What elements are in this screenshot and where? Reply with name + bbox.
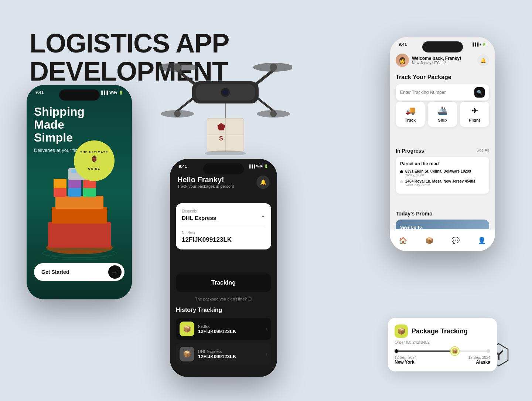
- carrier-label: Ekspedisi: [182, 209, 216, 213]
- history-arrow-1: ›: [266, 326, 267, 332]
- svg-point-26: [174, 64, 181, 71]
- search-icon[interactable]: 🔍: [474, 87, 485, 98]
- nav-messages[interactable]: 💬: [451, 237, 460, 245]
- transport-truck[interactable]: 🚚 Truck: [396, 102, 425, 127]
- phone-tracking: 9:41 ▐▐▐ WiFi 🔋 Hello Franky! Track your…: [170, 159, 277, 377]
- history-carrier-1: FedEx: [198, 324, 266, 329]
- user-text: Welcome back, Franky! New Jersey UTC+12 …: [412, 56, 461, 65]
- user-location: New Jersey UTC+12 ↓: [412, 61, 461, 65]
- nav-profile[interactable]: 👤: [478, 237, 486, 245]
- track-button-label: Tracking: [211, 279, 236, 286]
- svg-point-29: [270, 111, 277, 117]
- order-id: Order ID: 242NN52: [395, 340, 490, 344]
- progress-section: In Progress See All Parcel on the road 6…: [396, 148, 489, 194]
- phone2-time: 9:41: [179, 164, 187, 169]
- user-avatar: 👩: [396, 54, 409, 67]
- parcel-title: Parcel on the road: [400, 161, 485, 166]
- phone-dashboard: 9:41 ▐▐▐ ♦ 🔋 👩 Welcome back, Franky! New…: [390, 37, 495, 251]
- transport-ship[interactable]: 🚢 Ship: [428, 102, 457, 127]
- ship-label: Ship: [438, 118, 447, 122]
- drone-image: ⬟ S: [159, 37, 299, 163]
- history-carrier-2: DHL Express: [198, 349, 266, 354]
- parcel-card: Parcel on the road 6391 Elgin St. Celina…: [396, 157, 489, 194]
- location-from: 12 Sep, 2024 New York: [395, 356, 417, 365]
- phone1-statusbar: 9:41 ▐▐▐WiFi🔋: [27, 90, 132, 95]
- track-section: Track Your Package 🔍: [396, 74, 489, 101]
- greeting-title: Hello Franky!: [177, 176, 234, 184]
- parcel-item-1: 6391 Elgin St. Celina, Delaware 10299 To…: [400, 169, 485, 177]
- phone3-statusbar: 9:41 ▐▐▐ ♦ 🔋: [390, 42, 495, 47]
- timeline-progress: [395, 351, 457, 352]
- carrier-chevron: ⌄: [260, 212, 265, 219]
- phone-shipping: 9:41 ▐▐▐WiFi🔋 ShippingMadeSimple Deliver…: [27, 85, 132, 299]
- ultimate-guide-badge: THE ULTIMATE GUIDE: [74, 140, 115, 181]
- history-title: History Tracking: [176, 307, 271, 313]
- tracking-card-title: Package Tracking: [412, 327, 468, 335]
- tracking-timeline: 📦: [395, 350, 490, 353]
- history-icon-1: 📦: [180, 322, 194, 336]
- transport-flight[interactable]: ✈ Flight: [460, 102, 489, 127]
- track-button[interactable]: Tracking: [176, 273, 271, 292]
- phone3-notif[interactable]: 🔔: [477, 54, 489, 66]
- truck-icon: 🚚: [405, 106, 415, 116]
- see-all-link[interactable]: See All: [477, 148, 489, 154]
- to-city: Alaska: [468, 360, 491, 365]
- phone1-title: ShippingMadeSimple: [34, 105, 132, 145]
- phone1-time: 9:41: [35, 90, 44, 95]
- nav-home[interactable]: 🏠: [399, 237, 407, 245]
- history-icon-2: 📦: [180, 347, 194, 361]
- svg-point-27: [270, 64, 277, 71]
- location-to: 12 Sep, 2024 Alaska: [468, 356, 491, 365]
- user-welcome: Welcome back, Franky!: [412, 56, 461, 61]
- transport-row: 🚚 Truck 🚢 Ship ✈ Flight: [396, 102, 489, 127]
- from-city: New York: [395, 360, 417, 365]
- nav-packages[interactable]: 📦: [425, 237, 433, 245]
- get-started-button[interactable]: Get Started →: [34, 263, 125, 281]
- progress-header: In Progress See All: [396, 148, 489, 154]
- tracking-card-header: 📦 Package Tracking: [395, 324, 490, 338]
- bottom-nav: 🏠 📦 💬 👤: [390, 229, 495, 251]
- user-info: 👩 Welcome back, Franky! New Jersey UTC+1…: [396, 54, 461, 67]
- track-title: Track Your Package: [396, 74, 489, 81]
- phone3-status-icons: ▐▐▐ ♦ 🔋: [471, 43, 486, 46]
- greeting-subtitle: Track your packages in person!: [177, 184, 234, 188]
- phone2-notif[interactable]: 🔔: [256, 176, 270, 189]
- parcel-addr-2: 2464 Royal Ln. Mesa, New Jersey 45483: [405, 179, 475, 183]
- parcel-dot-1: [400, 170, 403, 173]
- search-input[interactable]: [400, 90, 471, 95]
- history-info-1: FedEx 12FIJK099123LK: [198, 324, 266, 334]
- tracking-card-form: Ekspedisi DHL Express ⌄ No.Resi 12FIJK09…: [176, 203, 271, 249]
- flight-icon: ✈: [471, 106, 478, 116]
- phone2-header: Hello Franky! Track your packages in per…: [177, 176, 270, 189]
- search-bar[interactable]: 🔍: [396, 84, 489, 101]
- parcel-addr-1: 6391 Elgin St. Celina, Delaware 10299: [405, 169, 471, 173]
- svg-text:S: S: [219, 135, 223, 142]
- phone3-user-row: 👩 Welcome back, Franky! New Jersey UTC+1…: [396, 54, 489, 67]
- timeline-dot-middle: 📦: [451, 347, 459, 355]
- tracking-card-icon: 📦: [395, 324, 408, 338]
- tracking-number: 12FIJK099123LK: [182, 236, 265, 244]
- carrier-value: DHL Express: [182, 215, 216, 221]
- from-date: 12 Sep, 2024: [395, 356, 417, 360]
- promo-title: Today's Promo: [396, 211, 489, 217]
- in-progress-title: In Progress: [396, 148, 424, 154]
- timeline-dot-end: [487, 349, 490, 353]
- ship-icon: 🚢: [437, 106, 447, 116]
- phone2-greeting: Hello Franky! Track your packages in per…: [177, 176, 234, 188]
- history-item-1[interactable]: 📦 FedEx 12FIJK099123LK ›: [176, 318, 271, 340]
- history-item-2[interactable]: 📦 DHL Express 12FIJK099123LK ›: [176, 343, 271, 365]
- cta-arrow: →: [108, 265, 122, 279]
- svg-point-33: [222, 89, 228, 95]
- tracking-locations: 12 Sep, 2024 New York 12 Sep, 2024 Alask…: [395, 356, 490, 365]
- parcel-text-2: 2464 Royal Ln. Mesa, New Jersey 45483 Ye…: [405, 179, 475, 187]
- history-section: History Tracking 📦 FedEx 12FIJK099123LK …: [176, 307, 271, 368]
- flight-label: Flight: [469, 118, 480, 122]
- parcel-time-2: Yesterday, 06:12: [405, 183, 475, 187]
- carrier-select[interactable]: Ekspedisi DHL Express ⌄: [182, 209, 265, 226]
- history-arrow-2: ›: [266, 351, 267, 357]
- parcel-dot-2: [400, 180, 403, 183]
- package-tracking-card: 📦 Package Tracking Order ID: 242NN52 📦 1…: [388, 318, 497, 371]
- resi-label: No.Resi: [182, 231, 265, 235]
- phone2-status-icons: ▐▐▐ WiFi 🔋: [248, 164, 268, 168]
- drone-svg: ⬟ S: [159, 37, 292, 155]
